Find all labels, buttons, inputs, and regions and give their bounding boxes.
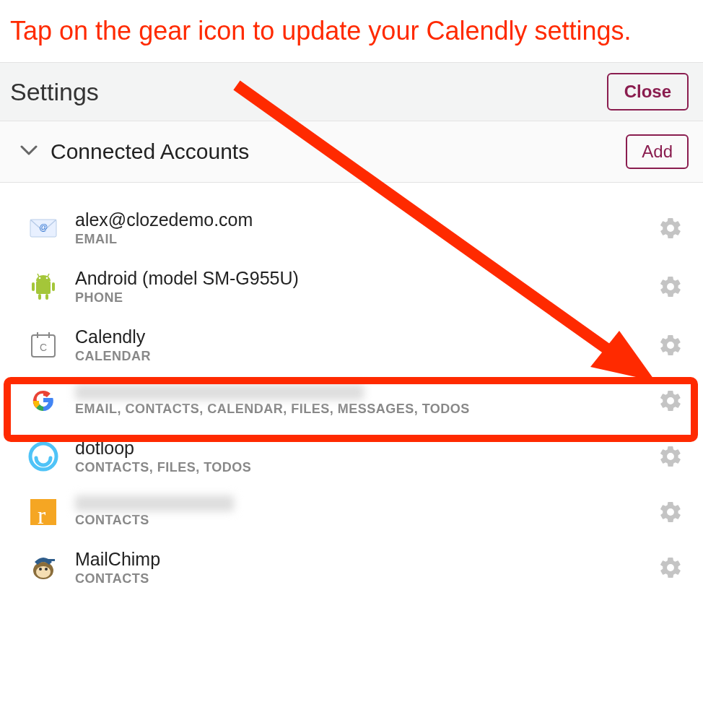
gear-icon[interactable]: [658, 216, 683, 240]
account-name: MailChimp: [75, 548, 658, 570]
account-row-android[interactable]: Android (model SM-G955U) PHONE: [0, 257, 703, 316]
account-row-google[interactable]: EMAIL, CONTACTS, CALENDAR, FILES, MESSAG…: [0, 374, 703, 427]
svg-point-20: [39, 568, 42, 571]
account-row-calendly[interactable]: C Calendly CALENDAR: [0, 316, 703, 374]
account-row-email[interactable]: @ alex@clozedemo.com EMAIL: [0, 199, 703, 257]
settings-header: Settings Close: [0, 62, 703, 121]
svg-text:r: r: [38, 502, 46, 528]
svg-point-8: [46, 277, 48, 280]
svg-rect-3: [32, 282, 35, 291]
account-sub: CONTACTS: [75, 571, 658, 586]
account-row-realtor[interactable]: r CONTACTS: [0, 485, 703, 538]
gear-icon[interactable]: [658, 555, 683, 580]
svg-line-9: [38, 274, 39, 277]
svg-point-21: [45, 568, 48, 571]
account-name-redacted: [75, 384, 364, 400]
account-sub: CONTACTS: [75, 513, 658, 528]
chevron-down-icon: [20, 145, 38, 158]
svg-text:@: @: [39, 222, 48, 233]
account-row-dotloop[interactable]: dotloop CONTACTS, FILES, TODOS: [0, 427, 703, 485]
svg-rect-2: [36, 281, 51, 294]
account-sub: EMAIL, CONTACTS, CALENDAR, FILES, MESSAG…: [75, 402, 658, 417]
svg-rect-22: [48, 559, 55, 561]
account-name: Calendly: [75, 326, 658, 347]
svg-line-10: [48, 274, 49, 277]
envelope-icon: @: [27, 212, 59, 244]
svg-rect-4: [52, 282, 55, 291]
add-account-button[interactable]: Add: [626, 134, 689, 169]
google-icon: [27, 385, 59, 417]
gear-icon[interactable]: [658, 389, 683, 413]
gear-icon[interactable]: [658, 500, 683, 524]
account-name: dotloop: [75, 437, 658, 459]
account-list: @ alex@clozedemo.com EMAIL Android (mode…: [0, 183, 703, 597]
account-row-mailchimp[interactable]: MailChimp CONTACTS: [0, 538, 703, 597]
gear-icon[interactable]: [658, 444, 683, 469]
account-name-redacted: [75, 495, 234, 511]
account-sub: EMAIL: [75, 232, 658, 247]
page-title: Settings: [10, 78, 99, 106]
svg-rect-6: [45, 294, 48, 300]
account-sub: CONTACTS, FILES, TODOS: [75, 460, 658, 475]
svg-point-19: [36, 566, 51, 578]
dotloop-icon: [27, 441, 59, 472]
android-icon: [27, 271, 59, 303]
instruction-text: Tap on the gear icon to update your Cale…: [0, 0, 703, 62]
svg-text:C: C: [40, 342, 47, 353]
calendly-icon: C: [27, 329, 59, 361]
account-name: alex@clozedemo.com: [75, 209, 658, 230]
gear-icon[interactable]: [658, 333, 683, 358]
realtor-icon: r: [27, 496, 59, 528]
section-title: Connected Accounts: [51, 139, 249, 164]
account-name: Android (model SM-G955U): [75, 267, 658, 289]
svg-rect-5: [38, 294, 41, 300]
account-sub: CALENDAR: [75, 349, 658, 364]
svg-point-7: [39, 277, 41, 280]
account-sub: PHONE: [75, 290, 658, 306]
mailchimp-icon: [27, 552, 59, 584]
connected-accounts-section-header[interactable]: Connected Accounts Add: [0, 121, 703, 183]
close-button[interactable]: Close: [607, 73, 689, 110]
gear-icon[interactable]: [658, 274, 683, 299]
